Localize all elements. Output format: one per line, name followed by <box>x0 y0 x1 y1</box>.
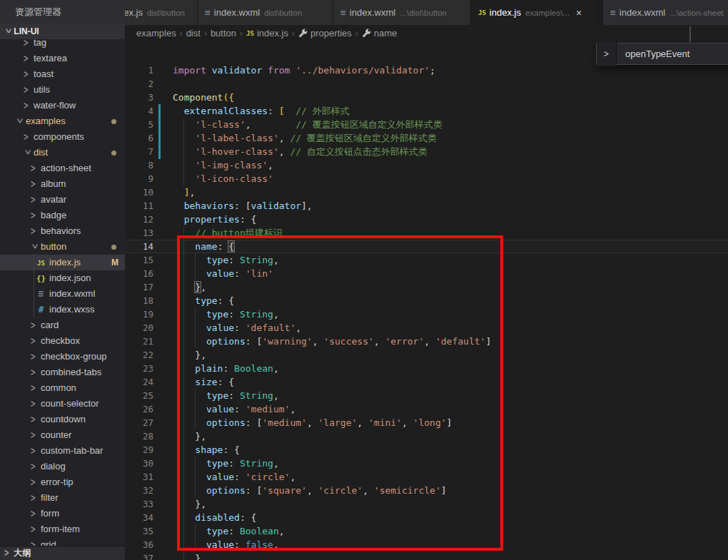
line-number: 10 <box>131 185 153 199</box>
tab-4-index.wxml[interactable]: ≡index.wxml...\action-sheet <box>603 0 728 25</box>
code-line-7[interactable]: 7 'l-hover-class', // 自定义按钮点击态外部样式类 <box>125 145 728 158</box>
code-line-4[interactable]: 4 externalClasses: [ // 外部样式 <box>125 104 728 118</box>
js-symbol-icon: JS <box>246 30 254 37</box>
code-token <box>173 200 184 211</box>
tree-item-index.wxml[interactable]: ≡index.wxml <box>0 286 125 302</box>
tree-item-toast[interactable]: >toast <box>0 66 125 82</box>
code-token: 'l-icon-class' <box>195 173 273 184</box>
tree-item-count-selector[interactable]: >count-selector <box>0 396 125 412</box>
tree-item-index.wxss[interactable]: #index.wxss <box>0 302 125 317</box>
code-token: import <box>173 65 212 76</box>
tree-item-button[interactable]: >button <box>0 239 125 255</box>
tree-item-checkbox-group[interactable]: >checkbox-group <box>0 349 125 365</box>
tree-item-label: utils <box>34 84 50 95</box>
tree-item-form[interactable]: >form <box>0 506 125 521</box>
tree-item-dist[interactable]: >dist <box>0 145 125 161</box>
code-line-12[interactable]: 12 properties: { <box>125 213 728 226</box>
code-line-10[interactable]: 10 ], <box>125 185 728 199</box>
explorer-sidebar: 资源管理器 > LIN-UI >tag>textarea>toast>utils… <box>0 0 125 560</box>
line-number: 25 <box>131 389 153 402</box>
tree-item-label: action-sheet <box>41 163 91 173</box>
code-token: // 覆盖按钮区域自定义外部样式类 <box>295 119 442 130</box>
tree-item-action-sheet[interactable]: >action-sheet <box>0 161 125 176</box>
line-number: 8 <box>131 158 153 172</box>
tree-item-filter[interactable]: >filter <box>0 490 125 506</box>
breadcrumb-separator: › <box>355 29 358 39</box>
breadcrumb-symbol-popup[interactable]: > openTypeEvent <box>596 43 728 65</box>
code-line-8[interactable]: 8 'l-img-class', <box>125 158 728 172</box>
code-line-5[interactable]: 5 'l-class', // 覆盖按钮区域自定义外部样式类 <box>125 118 728 131</box>
tree-item-label: form <box>41 508 59 519</box>
code-line-37[interactable]: 37 } <box>125 551 728 560</box>
code-line-1[interactable]: 1import validator from '../behaviors/val… <box>125 63 728 77</box>
breadcrumb-item-index.js[interactable]: JSindex.js <box>246 28 288 39</box>
tab-path: dist\button <box>147 9 185 17</box>
tree-item-album[interactable]: >album <box>0 176 125 192</box>
tree-item-index.json[interactable]: {}index.json <box>0 270 125 286</box>
tree-item-water-flow[interactable]: >water-flow <box>0 98 125 113</box>
breadcrumb-item-button[interactable]: button <box>211 28 236 39</box>
code-line-9[interactable]: 9 'l-icon-class' <box>125 172 728 185</box>
line-number: 33 <box>131 497 153 511</box>
tree-item-badge[interactable]: >badge <box>0 208 125 223</box>
breadcrumb-item-dist[interactable]: dist <box>186 28 201 39</box>
code-line-6[interactable]: 6 'l-label-class', // 覆盖按钮区域自定义外部样式类 <box>125 131 728 145</box>
tree-item-counter[interactable]: >counter <box>0 427 125 443</box>
explorer-title: 资源管理器 <box>15 6 61 17</box>
tree-item-avatar[interactable]: >avatar <box>0 192 125 208</box>
code-token: 'l-class' <box>195 119 245 130</box>
code-line-3[interactable]: 3Component({ <box>125 91 728 104</box>
tree-item-custom-tab-bar[interactable]: >custom-tab-bar <box>0 443 125 459</box>
tab-1-index.wxml[interactable]: ≡index.wxmldist\button <box>198 0 333 25</box>
git-modified-gutter <box>158 104 161 159</box>
line-number: 24 <box>131 375 153 389</box>
breadcrumb-item-examples[interactable]: examples <box>136 28 176 39</box>
wxml-file-icon: ≡ <box>340 7 346 18</box>
tab-3-index.js[interactable]: JSindex.jsexamples\...× <box>471 0 597 25</box>
line-number: 37 <box>131 551 153 560</box>
tree-item-label: water-flow <box>34 100 76 111</box>
json-file-icon: {} <box>36 271 46 287</box>
indent-guide <box>183 118 184 186</box>
wxml-file-icon: ≡ <box>610 7 616 18</box>
code-line-2[interactable]: 2 <box>125 77 728 91</box>
tree-item-countdown[interactable]: >countdown <box>0 412 125 427</box>
breadcrumb-label: name <box>374 28 398 39</box>
tree-item-checkbox[interactable]: >checkbox <box>0 333 125 349</box>
tree-item-label: dialog <box>41 461 66 472</box>
breadcrumb-item-properties[interactable]: properties <box>298 28 352 39</box>
code-editor[interactable]: 1import validator from '../behaviors/val… <box>125 41 728 560</box>
breadcrumb-item-name[interactable]: name <box>362 28 398 39</box>
tab-2-index.wxml[interactable]: ≡index.wxml...\dist\button <box>333 0 471 25</box>
tree-indent-guide <box>34 254 34 317</box>
tree-item-behaviors[interactable]: >behaviors <box>0 223 125 239</box>
code-text: import validator from '../behaviors/vali… <box>173 63 435 77</box>
code-token: ], <box>301 200 313 211</box>
divider-line <box>689 26 691 42</box>
tree-item-examples[interactable]: >examples <box>0 113 125 129</box>
git-modified-dot <box>111 245 116 250</box>
tree-item-label: behaviors <box>41 225 81 236</box>
tree-item-common[interactable]: >common <box>0 380 125 396</box>
tree-item-form-item[interactable]: >form-item <box>0 521 125 537</box>
tree-item-index.js[interactable]: JSindex.jsM <box>0 255 125 270</box>
tree-item-textarea[interactable]: >textarea <box>0 51 125 66</box>
tree-item-error-tip[interactable]: >error-tip <box>0 474 125 490</box>
line-number: 21 <box>131 335 153 348</box>
code-token: , <box>246 119 295 130</box>
tree-item-label: album <box>41 178 66 189</box>
tab-filename: index.js <box>490 7 521 18</box>
tree-item-utils[interactable]: >utils <box>0 82 125 98</box>
code-token: behaviors <box>184 200 234 211</box>
tree-item-card[interactable]: >card <box>0 317 125 333</box>
tab-0-index.js[interactable]: JSindex.jsdist\button <box>125 0 198 25</box>
tree-item-dialog[interactable]: >dialog <box>0 459 125 474</box>
tree-item-components[interactable]: >components <box>0 129 125 145</box>
code-token: [ <box>279 106 285 116</box>
tree-item-combined-tabs[interactable]: >combined-tabs <box>0 365 125 380</box>
root-folder-row[interactable]: > LIN-UI <box>0 24 125 39</box>
code-line-11[interactable]: 11 behaviors: [validator], <box>125 199 728 213</box>
close-icon[interactable]: × <box>576 7 582 19</box>
outline-section-header[interactable]: > 大纲 <box>0 546 125 560</box>
code-text: } <box>173 551 201 560</box>
